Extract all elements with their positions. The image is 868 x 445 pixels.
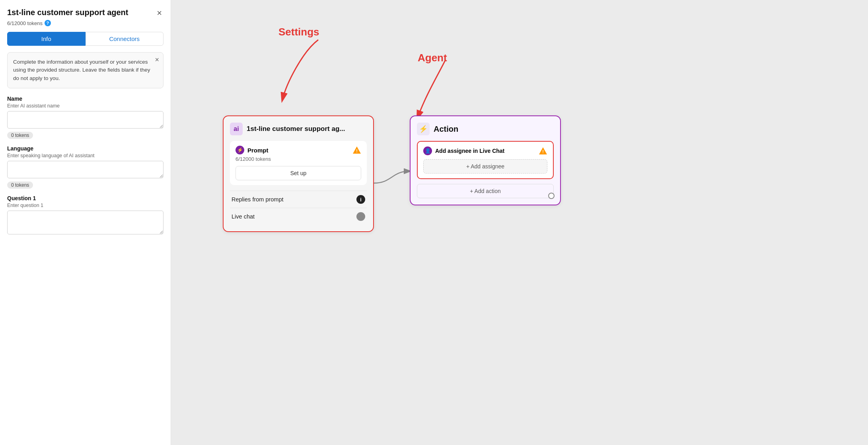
agent-annotation: Agent [418, 52, 447, 64]
left-panel: 1st-line customer support agent × 6/1200… [0, 0, 171, 445]
setup-button[interactable]: Set up [235, 166, 361, 180]
assignee-header: 👤 Add assignee in Live Chat ! [423, 146, 547, 155]
assignee-box: 👤 Add assignee in Live Chat ! + Add assi… [417, 141, 554, 179]
agent-card: ai 1st-line customer support ag... ⚡ Pro… [223, 115, 374, 232]
prompt-label-text: Prompt [247, 147, 269, 154]
info-box-close-button[interactable]: × [155, 56, 159, 64]
panel-title: 1st-line customer support agent [7, 8, 128, 17]
replies-row: Replies from prompt i [230, 191, 367, 208]
agent-arrow [394, 44, 473, 123]
livechat-toggle[interactable] [356, 212, 365, 221]
field-question1-sublabel: Enter question 1 [7, 203, 163, 208]
user-icon: 👤 [423, 146, 432, 155]
lightning-icon: ⚡ [417, 123, 430, 135]
assignee-warning-icon: ! [539, 146, 547, 155]
connector-dot [548, 193, 555, 199]
field-question1-label: Question 1 [7, 195, 163, 201]
field-name-section: Name Enter AI assistant name 0 tokens [7, 96, 163, 139]
field-name-tokens: 0 tokens [7, 132, 33, 139]
token-count: 6/12000 tokens [7, 20, 43, 26]
tab-info[interactable]: Info [7, 32, 86, 46]
prompt-icon: ⚡ [235, 146, 244, 154]
info-box: Complete the information about yourself … [7, 52, 163, 88]
settings-annotation: Settings [278, 26, 319, 38]
action-card-title: Action [434, 125, 458, 134]
panel-header: 1st-line customer support agent × [7, 8, 163, 18]
token-help-icon[interactable]: ? [45, 20, 51, 26]
assignee-label-text: Add assignee in Live Chat [435, 148, 504, 154]
tab-connectors[interactable]: Connectors [86, 32, 164, 46]
field-language-section: Language Enter speaking language of AI a… [7, 145, 163, 189]
main-canvas: Settings Agent ai 1st-line customer supp… [171, 0, 868, 445]
add-assignee-button[interactable]: + Add assignee [423, 159, 547, 174]
ai-icon: ai [230, 123, 243, 135]
prompt-box: ⚡ Prompt ! 6/12000 tokens Set up [230, 141, 367, 185]
field-language-label: Language [7, 145, 163, 152]
agent-card-header: ai 1st-line customer support ag... [230, 123, 367, 135]
field-question1-input[interactable] [7, 211, 163, 234]
prompt-label: ⚡ Prompt [235, 146, 269, 154]
field-question1-section: Question 1 Enter question 1 [7, 195, 163, 236]
prompt-warning-icon: ! [352, 146, 361, 154]
svg-text:!: ! [356, 148, 358, 153]
replies-label: Replies from prompt [232, 196, 284, 203]
field-language-tokens: 0 tokens [7, 182, 33, 189]
svg-text:!: ! [542, 149, 544, 154]
add-action-button[interactable]: + Add action [417, 184, 554, 198]
field-name-sublabel: Enter AI assistant name [7, 103, 163, 109]
close-button[interactable]: × [155, 8, 163, 18]
agent-card-title: 1st-line customer support ag... [247, 125, 345, 133]
assignee-label: 👤 Add assignee in Live Chat [423, 146, 504, 155]
action-card: ⚡ Action 👤 Add assignee in Live Chat ! +… [410, 115, 561, 205]
prompt-token-count: 6/12000 tokens [235, 156, 361, 162]
token-info: 6/12000 tokens ? [7, 20, 163, 26]
livechat-label: Live chat [232, 213, 255, 220]
field-language-input[interactable] [7, 161, 163, 178]
settings-arrow [251, 20, 362, 115]
field-name-input[interactable] [7, 111, 163, 129]
replies-info-icon[interactable]: i [356, 195, 365, 204]
action-card-header: ⚡ Action [417, 123, 554, 135]
tab-bar: Info Connectors [7, 32, 163, 46]
prompt-box-header: ⚡ Prompt ! [235, 146, 361, 154]
info-box-text: Complete the information about yourself … [13, 59, 150, 81]
field-language-sublabel: Enter speaking language of AI assistant [7, 153, 163, 158]
field-name-label: Name [7, 96, 163, 102]
livechat-row: Live chat [230, 208, 367, 225]
